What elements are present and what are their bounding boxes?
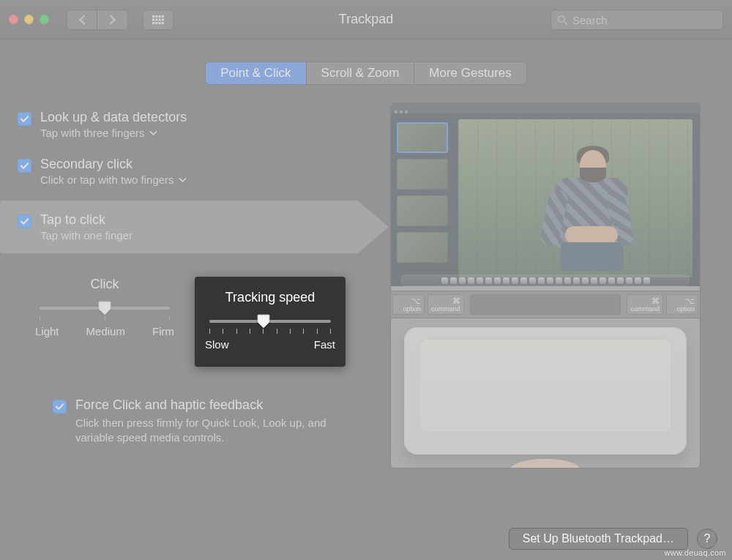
click-label-light: Light: [35, 325, 59, 337]
svg-rect-3: [162, 15, 164, 18]
checkbox-force-click[interactable]: [53, 400, 67, 414]
tracking-slider-ticks: [209, 329, 331, 334]
tracking-slider-title: Tracking speed: [205, 290, 335, 305]
option-force-click[interactable]: Force Click and haptic feedback Click th…: [13, 397, 383, 446]
key-command-left: ⌘command: [427, 294, 464, 315]
titlebar: Trackpad: [0, 0, 732, 40]
click-label-medium: Medium: [86, 325, 125, 337]
preview-menubar: [391, 103, 700, 113]
click-slider-box: Click Light Medium Firm: [35, 277, 174, 367]
svg-rect-6: [159, 18, 161, 20]
search-icon: [557, 15, 568, 26]
tracking-slider-track[interactable]: [209, 320, 331, 323]
preview-hand: [501, 456, 589, 468]
option-secondary-menu[interactable]: Click or tap with two fingers: [40, 173, 187, 186]
check-icon: [55, 402, 64, 411]
key-spacebar: [470, 294, 621, 315]
svg-rect-5: [155, 18, 157, 20]
option-forceclick-subtitle: Click then press firmly for Quick Look, …: [75, 416, 354, 446]
option-secondary-title: Secondary click: [40, 157, 187, 172]
preview-dock: [401, 275, 690, 286]
minimize-window-button[interactable]: [24, 15, 34, 24]
option-taptoclick-subtitle: Tap with one finger: [40, 229, 132, 242]
watermark: www.deuaq.com: [664, 548, 726, 557]
tracking-speed-card: Tracking speed Slow Fast: [195, 277, 346, 367]
help-button[interactable]: ?: [697, 529, 717, 549]
svg-rect-9: [155, 22, 157, 24]
click-slider-thumb[interactable]: [98, 301, 111, 316]
preview-screen: [391, 103, 700, 286]
search-input[interactable]: [572, 14, 717, 26]
svg-point-12: [559, 15, 564, 21]
preview-thumb: [397, 195, 448, 226]
option-secondary-subtitle: Click or tap with two fingers: [40, 173, 174, 186]
option-lookup[interactable]: Look up & data detectors Tap with three …: [13, 102, 383, 149]
forward-button[interactable]: [97, 10, 128, 30]
chevron-down-icon: [149, 130, 157, 136]
preferences-window: Trackpad Point & Click Scroll & Zoom Mor…: [0, 0, 732, 560]
checkbox-lookup[interactable]: [18, 112, 31, 126]
preview-keyboard-row: ⌥option ⌘command ⌘command ⌥option: [391, 291, 700, 318]
sliders-row: Click Light Medium Firm Tracking speed: [35, 277, 383, 367]
tab-bar: Point & Click Scroll & Zoom More Gesture…: [205, 61, 527, 85]
setup-bluetooth-trackpad-button[interactable]: Set Up Bluetooth Trackpad…: [509, 528, 688, 550]
click-label-firm: Firm: [152, 325, 174, 337]
svg-rect-7: [162, 18, 164, 20]
chevron-down-icon: [179, 177, 187, 183]
option-lookup-menu[interactable]: Tap with three fingers: [40, 127, 187, 139]
preview-thumb: [397, 122, 448, 153]
key-option-right: ⌥option: [666, 294, 698, 315]
chevron-left-icon: [78, 14, 86, 26]
gesture-preview: ⌥option ⌘command ⌘command ⌥option: [390, 102, 701, 468]
checkbox-tap-to-click[interactable]: [18, 214, 31, 228]
option-secondary-click[interactable]: Secondary click Click or tap with two fi…: [13, 149, 383, 196]
bottom-bar: Set Up Bluetooth Trackpad… ?: [509, 528, 717, 550]
chevron-right-icon: [108, 14, 116, 26]
checkbox-secondary-click[interactable]: [18, 159, 31, 173]
key-option-left: ⌥option: [392, 294, 425, 315]
svg-rect-1: [155, 15, 157, 18]
option-lookup-title: Look up & data detectors: [40, 110, 187, 125]
option-taptoclick-title: Tap to click: [40, 212, 132, 228]
nav-back-forward: [67, 10, 128, 30]
back-button[interactable]: [67, 10, 97, 30]
svg-rect-2: [159, 15, 161, 18]
svg-rect-11: [162, 22, 164, 24]
svg-line-13: [564, 21, 567, 24]
option-tap-to-click-row[interactable]: Tap to click Tap with one finger: [0, 201, 383, 253]
tracking-slider-labels: Slow Fast: [205, 338, 335, 351]
svg-rect-8: [152, 22, 154, 24]
check-icon: [20, 114, 29, 124]
svg-rect-4: [152, 18, 154, 20]
close-window-button[interactable]: [9, 15, 18, 24]
preview-person: [531, 146, 641, 270]
click-slider-ticks: [40, 316, 170, 321]
tracking-label-fast: Fast: [314, 338, 335, 351]
click-slider-title: Click: [35, 277, 174, 292]
option-forceclick-title: Force Click and haptic feedback: [75, 397, 354, 413]
tab-more-gestures[interactable]: More Gestures: [414, 62, 526, 84]
tracking-label-slow: Slow: [205, 338, 229, 351]
preview-photo: [458, 119, 692, 277]
window-controls: [9, 15, 49, 24]
check-icon: [20, 217, 29, 226]
tab-scroll-and-zoom[interactable]: Scroll & Zoom: [307, 62, 415, 84]
preview-thumb: [397, 232, 448, 263]
show-all-button[interactable]: [143, 10, 173, 30]
options-column: Look up & data detectors Tap with three …: [13, 102, 383, 468]
svg-rect-0: [152, 15, 154, 18]
tab-point-and-click[interactable]: Point & Click: [206, 62, 306, 84]
check-icon: [20, 161, 29, 171]
option-lookup-subtitle: Tap with three fingers: [40, 127, 145, 139]
grid-icon: [152, 15, 164, 24]
svg-rect-10: [159, 22, 161, 24]
key-command-right: ⌘command: [627, 294, 663, 315]
preview-thumbnails: [397, 122, 448, 263]
click-slider-labels: Light Medium Firm: [35, 325, 174, 337]
preview-trackpad: [404, 327, 687, 455]
tracking-slider-thumb[interactable]: [257, 314, 270, 329]
click-slider-track[interactable]: [40, 307, 170, 310]
search-field[interactable]: [550, 10, 723, 30]
preview-thumb: [397, 159, 448, 190]
zoom-window-button[interactable]: [40, 15, 49, 24]
